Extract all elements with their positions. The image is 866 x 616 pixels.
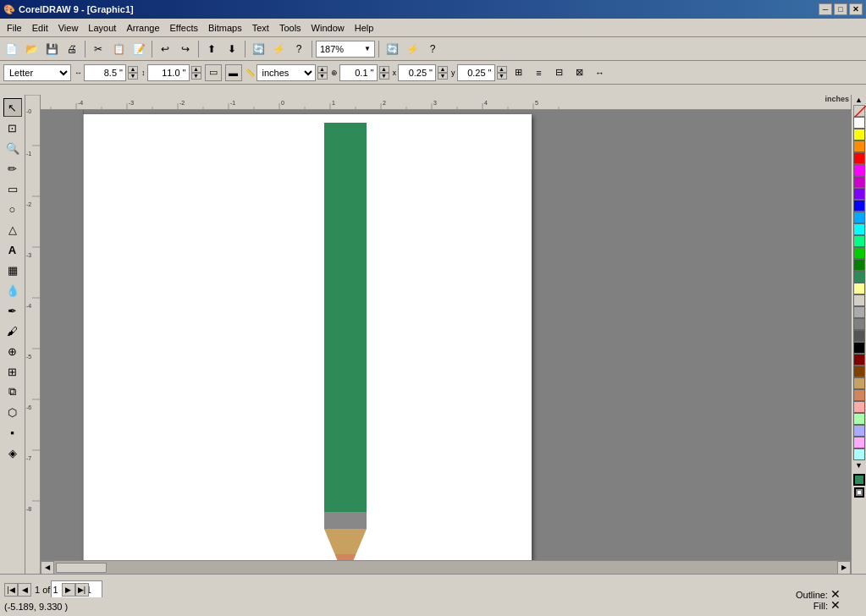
redo-button[interactable]: ↪ bbox=[176, 40, 195, 58]
color-cyan[interactable] bbox=[853, 223, 865, 235]
units-down[interactable]: ▼ bbox=[317, 73, 328, 80]
color-orange[interactable] bbox=[853, 140, 865, 152]
prev-page-button[interactable]: ◀ bbox=[18, 583, 31, 597]
dup-x-up[interactable]: ▲ bbox=[438, 66, 448, 73]
minimize-button[interactable]: ─ bbox=[819, 3, 832, 15]
pick-tool[interactable]: ↖ bbox=[3, 98, 22, 117]
cut-button[interactable]: ✂ bbox=[89, 40, 108, 58]
menu-layout[interactable]: Layout bbox=[83, 21, 121, 35]
dup-x-down[interactable]: ▼ bbox=[438, 73, 448, 80]
current-fill-box[interactable] bbox=[853, 474, 865, 486]
color-maroon[interactable] bbox=[853, 354, 865, 366]
color-sky-blue[interactable] bbox=[853, 212, 865, 223]
color-teal[interactable] bbox=[853, 235, 865, 247]
transparency-tool[interactable]: ◈ bbox=[3, 443, 22, 462]
freehand-tool[interactable]: ✏ bbox=[3, 159, 22, 178]
canvas-area[interactable]: 1 2 3 4 bbox=[41, 110, 851, 574]
units-select[interactable]: inches bbox=[256, 64, 316, 81]
export-button[interactable]: ⬇ bbox=[223, 40, 241, 58]
grid-button[interactable]: ⊞ bbox=[510, 64, 527, 81]
width-down[interactable]: ▼ bbox=[128, 73, 138, 80]
hscroll-track[interactable] bbox=[54, 561, 837, 574]
options-button[interactable]: ⚡ bbox=[403, 40, 422, 58]
interactive-fill[interactable]: ▦ bbox=[3, 261, 22, 279]
palette-scroll-down[interactable]: ▼ bbox=[853, 460, 865, 470]
color-white[interactable] bbox=[853, 117, 865, 129]
width-up[interactable]: ▲ bbox=[128, 66, 138, 73]
undo-button[interactable]: ↩ bbox=[156, 40, 174, 58]
menu-window[interactable]: Window bbox=[306, 21, 350, 35]
color-gray[interactable] bbox=[853, 306, 865, 318]
close-button[interactable]: ✕ bbox=[849, 3, 863, 15]
paper-size-select[interactable]: Letter bbox=[3, 64, 71, 81]
shadow-tool[interactable]: ▪ bbox=[3, 423, 22, 442]
color-magenta[interactable] bbox=[853, 164, 865, 176]
menu-bitmaps[interactable]: Bitmaps bbox=[203, 21, 247, 35]
color-lavender[interactable] bbox=[853, 425, 865, 437]
open-button[interactable]: 📂 bbox=[22, 40, 41, 58]
height-down[interactable]: ▼ bbox=[191, 73, 201, 80]
dup-y-input[interactable] bbox=[457, 64, 495, 81]
color-yellow[interactable] bbox=[853, 129, 865, 140]
menu-view[interactable]: View bbox=[53, 21, 84, 35]
no-color-swatch[interactable] bbox=[853, 105, 865, 117]
zoom-tool[interactable]: 🔍 bbox=[3, 139, 22, 157]
units-up[interactable]: ▲ bbox=[317, 66, 328, 73]
color-salmon[interactable] bbox=[853, 389, 865, 401]
dup-x-input[interactable] bbox=[398, 64, 436, 81]
extra-prop-1[interactable]: ⊠ bbox=[571, 64, 588, 81]
menu-edit[interactable]: Edit bbox=[27, 21, 53, 35]
import-button[interactable]: ⬆ bbox=[202, 40, 221, 58]
color-pink[interactable] bbox=[853, 401, 865, 413]
nudge-down[interactable]: ▼ bbox=[379, 73, 389, 80]
page-height-input[interactable] bbox=[147, 64, 190, 81]
color-light-gray[interactable] bbox=[853, 294, 865, 306]
ellipse-tool[interactable]: ○ bbox=[3, 200, 22, 218]
menu-tools[interactable]: Tools bbox=[274, 21, 306, 35]
envelope-tool[interactable]: ⧉ bbox=[3, 382, 22, 401]
extrude-tool[interactable]: ⬡ bbox=[3, 403, 22, 421]
dup-y-down[interactable]: ▼ bbox=[497, 73, 507, 80]
color-light-yellow[interactable] bbox=[853, 283, 865, 294]
align-button[interactable]: ≡ bbox=[531, 64, 548, 81]
extra-button[interactable]: ? bbox=[423, 40, 442, 58]
zoom-dropdown-icon[interactable]: ▼ bbox=[364, 45, 371, 52]
refresh-button[interactable]: 🔄 bbox=[383, 40, 401, 58]
color-dark-green[interactable] bbox=[853, 259, 865, 271]
color-sea-green[interactable] bbox=[853, 271, 865, 283]
application-launcher[interactable]: 🔄 bbox=[249, 40, 268, 58]
page-width-input[interactable] bbox=[84, 64, 126, 81]
height-up[interactable]: ▲ bbox=[191, 66, 201, 73]
menu-file[interactable]: File bbox=[2, 21, 27, 35]
color-red[interactable] bbox=[853, 152, 865, 164]
menu-arrange[interactable]: Arrange bbox=[121, 21, 164, 35]
hscroll-right-button[interactable]: ▶ bbox=[837, 561, 851, 575]
copy-button[interactable]: 📋 bbox=[109, 40, 128, 58]
paste-button[interactable]: 📝 bbox=[130, 40, 148, 58]
new-button[interactable]: 📄 bbox=[2, 40, 20, 58]
color-black[interactable] bbox=[853, 342, 865, 354]
color-dark-gray[interactable] bbox=[853, 330, 865, 342]
polygon-tool[interactable]: △ bbox=[3, 220, 22, 239]
rectangle-tool[interactable]: ▭ bbox=[3, 179, 22, 198]
color-light-green[interactable] bbox=[853, 413, 865, 425]
color-ice-blue[interactable] bbox=[853, 448, 865, 460]
menu-help[interactable]: Help bbox=[350, 21, 379, 35]
palette-scroll-up[interactable]: ▲ bbox=[853, 95, 865, 105]
save-button[interactable]: 💾 bbox=[42, 40, 61, 58]
outline-tool[interactable]: ✒ bbox=[3, 301, 22, 320]
help-button[interactable]: ? bbox=[290, 40, 308, 58]
fill-tool[interactable]: 🖌 bbox=[3, 322, 22, 340]
next-page-button[interactable]: ▶ bbox=[62, 583, 75, 597]
hscroll-thumb[interactable] bbox=[56, 563, 107, 573]
eyedropper-tool[interactable]: 💧 bbox=[3, 281, 22, 300]
portrait-button[interactable]: ▭ bbox=[205, 64, 222, 81]
nudge-input[interactable] bbox=[339, 64, 378, 81]
color-green[interactable] bbox=[853, 247, 865, 259]
color-brown[interactable] bbox=[853, 366, 865, 377]
color-lilac[interactable] bbox=[853, 437, 865, 448]
snap-button[interactable]: ⊟ bbox=[551, 64, 568, 81]
color-blue[interactable] bbox=[853, 200, 865, 212]
extra-prop-2[interactable]: ↔ bbox=[592, 64, 609, 81]
color-tan[interactable] bbox=[853, 377, 865, 389]
